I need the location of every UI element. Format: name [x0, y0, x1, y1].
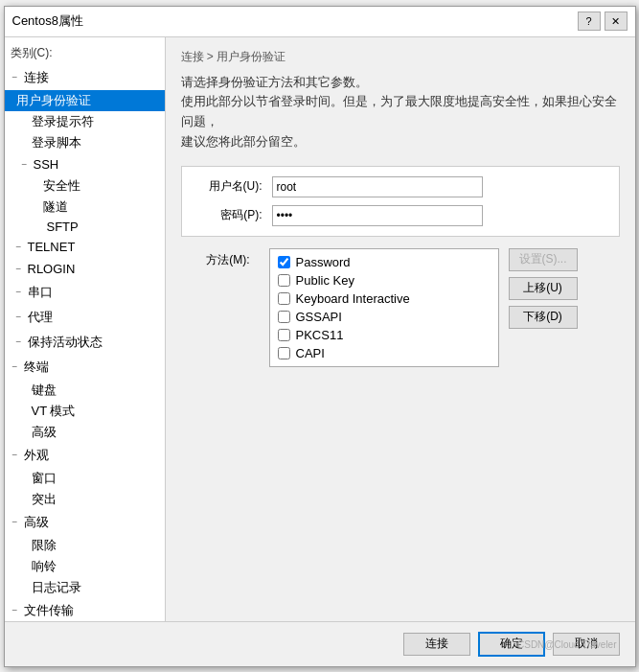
help-button[interactable]: ?	[578, 12, 601, 31]
sidebar: 类别(C): − 连接 用户身份验证 登录提示符 登录脚本 −	[5, 37, 166, 621]
sidebar-item-bell[interactable]: 响铃	[5, 556, 165, 577]
method-buttons: 设置(S)... 上移(U) 下移(D)	[509, 248, 578, 329]
sidebar-item-tunnel[interactable]: 隧道	[5, 197, 165, 218]
sidebar-item-vt-mode[interactable]: VT 模式	[5, 401, 165, 422]
ok-button[interactable]: 确定	[478, 632, 545, 657]
desc-line3: 建议您将此部分留空。	[181, 132, 620, 152]
username-label: 用户名(U):	[194, 178, 262, 195]
dialog-content: 类别(C): − 连接 用户身份验证 登录提示符 登录脚本 −	[5, 37, 635, 621]
username-input[interactable]	[272, 176, 483, 197]
sidebar-item-keepalive[interactable]: − 保持活动状态	[5, 330, 165, 355]
toggle-icon-rlogin: −	[12, 264, 26, 274]
move-down-button[interactable]: 下移(D)	[509, 306, 578, 329]
sidebar-item-window[interactable]: 窗口	[5, 468, 165, 489]
sidebar-children-terminal: 键盘 VT 模式 高级	[5, 380, 165, 443]
desc-line1: 请选择身份验证方法和其它参数。	[181, 73, 620, 93]
sidebar-item-file-transfer[interactable]: − 文件传输	[5, 598, 165, 621]
sidebar-item-proxy[interactable]: − 代理	[5, 305, 165, 330]
description: 请选择身份验证方法和其它参数。 使用此部分以节省登录时间。但是，为了最大限度地提…	[181, 73, 620, 152]
password-row: 密码(P):	[194, 205, 607, 226]
sidebar-item-limit[interactable]: 限除	[5, 535, 165, 556]
username-row: 用户名(U):	[194, 176, 607, 197]
method-item-password[interactable]: Password	[270, 253, 498, 271]
method-label-capi: CAPI	[296, 346, 325, 360]
method-checkbox-public-key[interactable]	[278, 274, 290, 287]
sidebar-children-advanced: 限除 响铃 日志记录	[5, 535, 165, 598]
toggle-icon-ssh: −	[18, 159, 32, 170]
credentials-form: 用户名(U): 密码(P):	[181, 166, 620, 237]
method-checkbox-keyboard-interactive[interactable]	[278, 292, 290, 305]
sidebar-item-telnet[interactable]: − TELNET	[5, 236, 165, 258]
password-label: 密码(P):	[194, 207, 262, 223]
sidebar-item-highlight[interactable]: 突出	[5, 489, 165, 510]
category-label: 类别(C):	[5, 41, 165, 65]
toggle-icon-advanced: −	[9, 517, 22, 527]
toggle-icon-serial: −	[12, 287, 26, 297]
sidebar-item-ssh[interactable]: − SSH	[5, 153, 165, 175]
sidebar-item-advanced-terminal[interactable]: 高级	[5, 422, 165, 443]
method-label-pkcs11: PKCS11	[296, 328, 344, 342]
method-item-gssapi[interactable]: GSSAPI	[270, 308, 498, 326]
dialog-footer: 连接 确定 取消	[5, 621, 635, 666]
method-section: 方法(M): Password Public Key Keyboard I	[181, 248, 620, 367]
toggle-icon-terminal: −	[9, 361, 22, 372]
method-item-keyboard-interactive[interactable]: Keyboard Interactive	[270, 290, 498, 308]
method-checkbox-gssapi[interactable]	[278, 311, 290, 323]
sidebar-item-login-script[interactable]: 登录脚本	[5, 132, 165, 153]
method-label-keyboard-interactive: Keyboard Interactive	[296, 291, 410, 306]
toggle-icon-telnet: −	[12, 242, 26, 252]
toggle-icon-appearance: −	[9, 450, 22, 460]
sidebar-item-keyboard[interactable]: 键盘	[5, 380, 165, 401]
sidebar-children-connection: 用户身份验证 登录提示符 登录脚本	[5, 90, 165, 153]
sidebar-item-terminal[interactable]: − 终端	[5, 355, 165, 380]
method-checkbox-pkcs11[interactable]	[278, 329, 290, 341]
sidebar-item-user-auth[interactable]: 用户身份验证	[5, 90, 165, 111]
method-list: Password Public Key Keyboard Interactive	[269, 248, 499, 367]
sidebar-item-appearance[interactable]: − 外观	[5, 443, 165, 468]
toggle-icon-keepalive: −	[12, 336, 26, 347]
settings-button[interactable]: 设置(S)...	[509, 248, 578, 271]
method-label-public-key: Public Key	[296, 273, 354, 288]
title-bar: Centos8属性 ? ✕	[5, 7, 635, 37]
method-checkbox-password[interactable]	[278, 256, 290, 268]
method-checkbox-capi[interactable]	[278, 347, 290, 359]
dialog-title: Centos8属性	[12, 12, 83, 30]
method-item-capi[interactable]: CAPI	[270, 344, 498, 362]
method-label-gssapi: GSSAPI	[296, 310, 342, 324]
sidebar-item-sftp[interactable]: SFTP	[5, 218, 165, 236]
sidebar-children-ssh: 安全性 隧道 SFTP	[5, 175, 165, 236]
close-button[interactable]: ✕	[605, 12, 628, 31]
main-panel: 连接 > 用户身份验证 请选择身份验证方法和其它参数。 使用此部分以节省登录时间…	[166, 37, 635, 621]
sidebar-item-security[interactable]: 安全性	[5, 175, 165, 197]
desc-line2: 使用此部分以节省登录时间。但是，为了最大限度地提高安全性，如果担心安全问题，	[181, 92, 620, 132]
toggle-icon-file-transfer: −	[9, 605, 22, 615]
move-up-button[interactable]: 上移(U)	[509, 277, 578, 300]
method-item-pkcs11[interactable]: PKCS11	[270, 326, 498, 344]
sidebar-item-log[interactable]: 日志记录	[5, 577, 165, 598]
breadcrumb: 连接 > 用户身份验证	[181, 49, 620, 65]
sidebar-item-rlogin[interactable]: − RLOGIN	[5, 258, 165, 280]
sidebar-item-advanced[interactable]: − 高级	[5, 510, 165, 535]
method-label: 方法(M):	[181, 248, 250, 268]
sidebar-children-appearance: 窗口 突出	[5, 468, 165, 510]
method-label-password: Password	[296, 255, 351, 269]
toggle-icon-proxy: −	[12, 312, 26, 322]
password-input[interactable]	[272, 205, 483, 226]
toggle-icon-connection: −	[9, 72, 22, 82]
sidebar-item-connection[interactable]: − 连接	[5, 65, 165, 90]
connect-button[interactable]: 连接	[403, 633, 470, 656]
sidebar-item-serial[interactable]: − 串口	[5, 280, 165, 305]
sidebar-item-login-prompt[interactable]: 登录提示符	[5, 111, 165, 132]
method-item-public-key[interactable]: Public Key	[270, 271, 498, 290]
cancel-button[interactable]: 取消	[553, 633, 620, 656]
title-buttons: ? ✕	[578, 12, 628, 31]
